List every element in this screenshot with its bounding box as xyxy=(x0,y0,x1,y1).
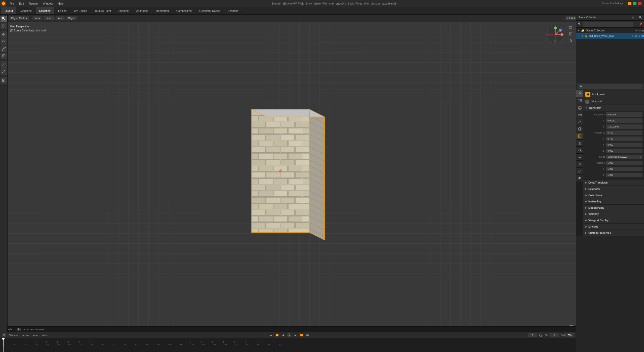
tool-move[interactable] xyxy=(1,31,7,38)
select-icon[interactable]: ⊕ xyxy=(639,29,641,32)
tool-rotate[interactable] xyxy=(1,38,7,45)
mode-select[interactable]: Quaternion (WXYZ) ▾ xyxy=(606,155,642,159)
jump-back-button[interactable]: ⏪ xyxy=(275,333,279,337)
prop-tab-object-data[interactable] xyxy=(576,168,583,175)
prop-tab-object[interactable] xyxy=(576,133,583,140)
instancing-header[interactable]: Instancing xyxy=(583,198,644,204)
timeline-ruler[interactable]: 0 10 20 30 40 50 60 70 8 xyxy=(0,338,576,346)
current-frame-input[interactable]: 1 xyxy=(528,333,537,337)
prop-tab-physics[interactable] xyxy=(576,154,583,161)
tool-scale[interactable] xyxy=(1,46,7,52)
tab-editing[interactable]: Editing xyxy=(55,7,70,14)
prop-tab-world[interactable] xyxy=(576,125,583,133)
line-art-header[interactable]: Line Art xyxy=(583,224,644,230)
location-y-value[interactable]: 0.00001 xyxy=(606,118,642,123)
visibility-header[interactable]: Visibility xyxy=(583,211,644,217)
playback-menu[interactable]: Playback xyxy=(7,334,19,337)
scale-z-value[interactable]: 1.000 xyxy=(606,173,642,177)
menu-render[interactable]: Render xyxy=(26,0,41,7)
view-menu[interactable]: View xyxy=(32,16,42,20)
jump-forward-button[interactable]: ⏩ xyxy=(299,333,304,337)
end-frame-input[interactable]: 250 xyxy=(565,333,574,337)
play-button[interactable] xyxy=(287,333,292,338)
tab-rendering[interactable]: Rendering xyxy=(152,7,172,14)
properties-search-input[interactable]: 🔍 xyxy=(578,84,642,89)
tab-modeling[interactable]: Modeling xyxy=(17,7,35,14)
brick-select-icon[interactable]: ⊕ xyxy=(635,35,637,37)
outliner-search-icon[interactable]: 🔍 xyxy=(639,16,642,19)
menu-window[interactable]: Window xyxy=(41,0,55,7)
tab-layout[interactable]: Layout xyxy=(1,7,16,14)
outliner-filter-icon[interactable]: ⊟ xyxy=(632,16,634,19)
tool-transform[interactable] xyxy=(1,53,7,59)
rotation-x-value[interactable]: 0.707 xyxy=(606,137,642,141)
tool-measure[interactable] xyxy=(1,68,7,75)
collections-header[interactable]: Collections xyxy=(583,192,644,198)
maximize-button[interactable] xyxy=(633,2,636,5)
location-z-value[interactable]: -150.00002 xyxy=(606,124,642,129)
render-region-icon[interactable] xyxy=(568,31,574,37)
prop-tab-view-layer[interactable] xyxy=(576,111,583,118)
viewport-3d[interactable]: User Perspective (1) Scene Collection | … xyxy=(8,22,576,332)
close-button[interactable] xyxy=(638,2,641,5)
jump-first-button[interactable]: ⏮ xyxy=(269,333,273,337)
tab-sculpting[interactable]: Sculpting xyxy=(36,7,54,14)
tab-scripting[interactable]: Scripting xyxy=(224,7,242,14)
select-menu[interactable]: Select xyxy=(44,16,55,20)
prop-tab-scene[interactable] xyxy=(576,90,583,97)
tool-add[interactable] xyxy=(1,77,7,84)
relations-header[interactable]: Relations xyxy=(583,186,644,192)
prop-tab-modifier[interactable] xyxy=(576,140,583,147)
transform-section-header[interactable]: Transform xyxy=(583,105,644,111)
menu-help[interactable]: Help xyxy=(55,0,66,7)
tab-uv-editing[interactable]: UV Editing xyxy=(71,7,91,14)
tool-cursor[interactable] xyxy=(1,23,7,29)
keying-menu[interactable]: Keying xyxy=(20,334,30,337)
outliner-sort-icon[interactable]: ⇅ xyxy=(635,16,637,19)
timeline-mode-icon[interactable]: ⏱ xyxy=(2,333,6,337)
tab-add[interactable]: + xyxy=(243,7,251,14)
step-forward-button[interactable]: ▶ xyxy=(293,333,298,337)
timeline-track[interactable] xyxy=(0,346,576,352)
tab-shading[interactable]: Shading xyxy=(115,7,132,14)
rotation-z-value[interactable]: 0.000 xyxy=(606,149,642,153)
viewport-display-header[interactable]: Viewport Display xyxy=(583,217,644,223)
outliner-view-icon[interactable]: ☰ xyxy=(635,22,637,26)
location-x-value[interactable]: 0.00000 xyxy=(606,112,642,117)
prop-tab-render[interactable] xyxy=(576,97,583,104)
tab-compositing[interactable]: Compositing xyxy=(173,7,195,14)
tool-annotate[interactable] xyxy=(1,61,7,68)
marker-menu[interactable]: Marker xyxy=(40,334,50,337)
outliner-search-input[interactable] xyxy=(583,22,633,27)
object-menu[interactable]: Object xyxy=(66,16,77,20)
outliner-item-scene-collection[interactable]: ▼ 📁 Scene Collection 👁 ⊕ ◉ xyxy=(576,28,644,33)
start-frame-input[interactable]: 1 xyxy=(550,333,559,337)
brick-wall-object[interactable] xyxy=(244,89,340,241)
motion-paths-header[interactable]: Motion Paths xyxy=(583,205,644,211)
menu-file[interactable]: File xyxy=(7,0,17,7)
outliner-item-old-brick[interactable]: ▶ ▣ Old_Brick_White_Wall 👁 ⊕ ◉ xyxy=(576,33,644,39)
tab-texture-paint[interactable]: Texture Paint xyxy=(91,7,114,14)
prop-tab-material[interactable] xyxy=(576,175,583,182)
view-menu-tl[interactable]: View xyxy=(31,334,39,337)
outliner-pin-icon[interactable]: 📌 xyxy=(639,22,642,26)
brick-eye-icon[interactable]: 👁 xyxy=(632,35,634,37)
rotation-w-value[interactable]: 0.707 xyxy=(606,130,642,135)
subobj-name[interactable]: brick_wall xyxy=(591,100,602,103)
prop-tab-particles[interactable] xyxy=(576,147,583,154)
minimize-button[interactable] xyxy=(628,2,631,5)
delta-transform-header[interactable]: Delta Transform xyxy=(583,180,644,186)
tool-select[interactable] xyxy=(1,16,7,22)
object-name[interactable]: brick_wall xyxy=(592,93,605,96)
jump-last-button[interactable]: ⏭ xyxy=(305,333,310,337)
prop-tab-constraints[interactable] xyxy=(576,161,583,168)
menu-edit[interactable]: Edit xyxy=(17,0,26,7)
timeline-playhead[interactable] xyxy=(3,338,4,346)
camera-view-icon[interactable] xyxy=(568,25,574,30)
scale-x-value[interactable]: 1.000 xyxy=(606,161,642,165)
tab-animation[interactable]: Animation xyxy=(133,7,152,14)
scale-y-value[interactable]: 1.000 xyxy=(606,167,642,171)
lock-camera-icon[interactable] xyxy=(568,38,574,43)
custom-properties-header[interactable]: Custom Properties xyxy=(583,230,644,236)
prop-tab-scene2[interactable] xyxy=(576,118,583,125)
